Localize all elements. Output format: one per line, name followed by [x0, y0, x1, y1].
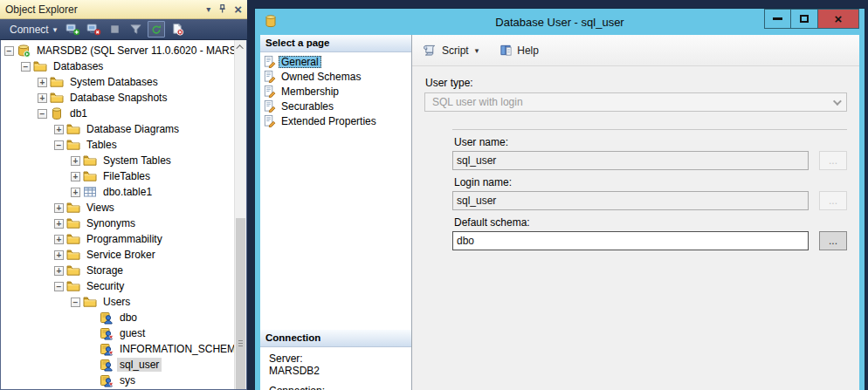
refresh-icon[interactable]	[148, 21, 165, 38]
tree-item-label[interactable]: INFORMATION_SCHEM	[117, 342, 234, 356]
page-item-label[interactable]: Owned Schemas	[279, 71, 363, 83]
tree-row[interactable]: +Views	[1, 200, 234, 216]
tree-row[interactable]: +Storage	[1, 263, 234, 278]
scroll-up-arrow[interactable]	[235, 40, 246, 53]
collapse-icon[interactable]: −	[4, 46, 14, 56]
close-button[interactable]: ×	[818, 9, 859, 29]
tree-row[interactable]: −Databases	[1, 58, 234, 74]
expand-icon[interactable]: +	[71, 156, 80, 166]
tree-item-label[interactable]: Databases	[51, 59, 106, 73]
tree-row[interactable]: sql_user	[1, 357, 234, 373]
minimize-button[interactable]	[764, 9, 791, 29]
expand-icon[interactable]: +	[54, 203, 64, 213]
tree-item-label[interactable]: Programmability	[84, 232, 165, 246]
close-icon[interactable]: ×	[234, 3, 242, 16]
tree-item-label[interactable]: Database Snapshots	[67, 91, 169, 105]
help-button[interactable]: Help	[496, 42, 542, 58]
page-item-label[interactable]: Securables	[279, 100, 336, 113]
page-item-label[interactable]: General	[279, 56, 321, 68]
help-book-icon	[499, 44, 513, 57]
tree-row[interactable]: +System Tables	[1, 153, 234, 168]
collapse-icon[interactable]: −	[21, 62, 31, 72]
folder-icon	[66, 216, 80, 230]
maximize-button[interactable]	[791, 9, 818, 29]
tree-row[interactable]: guest	[1, 325, 234, 341]
expand-icon[interactable]: +	[54, 266, 64, 276]
tree-item-label[interactable]: Security	[84, 279, 127, 293]
tree-item-label[interactable]: dbo.table1	[100, 185, 155, 199]
tree-item-label[interactable]: Views	[84, 201, 117, 215]
page-item-securables[interactable]: Securables	[263, 99, 411, 113]
browse-button[interactable]: ...	[819, 231, 847, 250]
tree-row[interactable]: +Database Diagrams	[1, 121, 234, 137]
collapse-icon[interactable]: −	[71, 298, 80, 307]
disconnect-server-icon[interactable]	[85, 21, 102, 38]
tree-row[interactable]: −Users	[1, 294, 234, 310]
tree-item-label[interactable]: dbo	[117, 311, 140, 325]
database-icon	[264, 14, 278, 28]
tree-row[interactable]: −Tables	[1, 137, 234, 153]
page-item-label[interactable]: Extended Properties	[279, 115, 379, 127]
expand-icon[interactable]: +	[71, 172, 80, 181]
default-schema-input[interactable]	[452, 231, 809, 250]
expand-icon[interactable]: +	[38, 93, 47, 103]
folder-icon	[66, 138, 80, 152]
page-item-membership[interactable]: Membership	[263, 84, 411, 99]
tree-item-label[interactable]: Tables	[84, 138, 120, 152]
tree-item-label[interactable]: Service Broker	[84, 248, 158, 262]
tree-row[interactable]: sys	[1, 373, 234, 388]
pin-icon[interactable]	[217, 3, 228, 15]
scrollbar-thumb[interactable]	[236, 218, 245, 389]
script-button[interactable]: Script ▾	[419, 43, 482, 58]
expand-icon[interactable]: +	[54, 250, 64, 260]
expand-icon[interactable]: +	[54, 235, 64, 244]
connect-server-icon[interactable]	[64, 21, 81, 38]
tree-row[interactable]: +FileTables	[1, 168, 234, 184]
folder-icon	[66, 279, 80, 293]
tree-row[interactable]: +System Databases	[1, 74, 234, 90]
tree-row[interactable]: +Synonyms	[1, 216, 234, 231]
tree-row[interactable]: +dbo.table1	[1, 184, 234, 200]
tree-item-label[interactable]: db1	[67, 106, 90, 120]
tree-item-label[interactable]: Users	[100, 295, 133, 309]
expand-icon[interactable]: +	[71, 188, 80, 197]
page-item-label[interactable]: Membership	[279, 86, 341, 98]
tree-item-label[interactable]: System Tables	[100, 154, 174, 168]
page-item-general[interactable]: General	[263, 54, 411, 69]
expand-icon[interactable]: +	[54, 219, 64, 229]
folder-icon	[50, 91, 64, 105]
script-error-icon[interactable]	[169, 21, 186, 38]
folder-icon	[66, 263, 80, 277]
tree-row[interactable]: +Service Broker	[1, 247, 234, 263]
object-explorer-panel: Object Explorer ▾ × Connect ▾	[0, 0, 247, 390]
collapse-icon[interactable]: −	[38, 109, 47, 119]
field-label: Default schema:	[454, 216, 847, 229]
tree-row[interactable]: +Programmability	[1, 231, 234, 247]
expand-icon[interactable]: +	[54, 125, 64, 134]
tree-scrollbar[interactable]	[234, 40, 246, 389]
tree-row[interactable]: +Database Snapshots	[1, 90, 234, 106]
collapse-icon[interactable]: −	[54, 282, 64, 291]
tree-item-label[interactable]: Storage	[84, 263, 126, 277]
tree-item-label[interactable]: System Databases	[67, 75, 161, 89]
tree-row[interactable]: −Security	[1, 278, 234, 294]
tree-row[interactable]: −MARSDB2 (SQL Server 11.0.6020 - MARSD	[1, 43, 234, 58]
window-position-icon[interactable]: ▾	[206, 5, 210, 14]
tree-item-label[interactable]: Database Diagrams	[84, 122, 182, 136]
tree-row[interactable]: INFORMATION_SCHEM	[1, 341, 234, 357]
tree-item-label[interactable]: MARSDB2 (SQL Server 11.0.6020 - MARSD	[34, 44, 234, 58]
tree-item-label[interactable]: sql_user	[117, 358, 162, 372]
collapse-icon[interactable]: −	[54, 140, 64, 150]
connect-button[interactable]: Connect ▾	[6, 24, 60, 36]
expand-icon[interactable]: +	[38, 78, 47, 87]
tree-row[interactable]: −db1	[1, 106, 234, 121]
tree-item-label[interactable]: sys	[117, 373, 138, 387]
page-item-extended-properties[interactable]: Extended Properties	[263, 113, 411, 128]
page-item-owned-schemas[interactable]: Owned Schemas	[263, 69, 411, 84]
connection-label: Connection:	[269, 385, 403, 390]
tree-row[interactable]: dbo	[1, 310, 234, 325]
tree-item-label[interactable]: FileTables	[100, 169, 153, 183]
tree-item-label[interactable]: Synonyms	[84, 216, 138, 230]
tree-item-label[interactable]: guest	[117, 326, 148, 340]
form-field: User name:...	[452, 136, 847, 170]
